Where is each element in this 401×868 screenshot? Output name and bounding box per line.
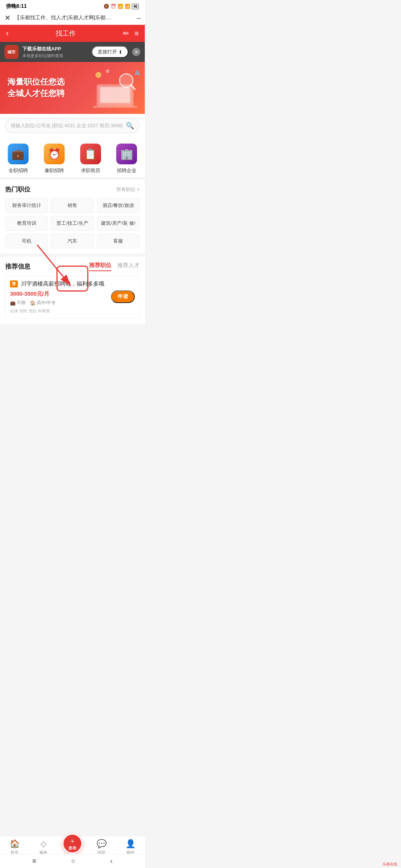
svg-point-6 xyxy=(95,72,101,78)
browser-bar: ✕ 【乐都找工作、找人才|乐都人才网|乐都… ··· xyxy=(0,11,145,25)
page-title: 找工作 xyxy=(56,29,76,38)
company-icon: 🏢 xyxy=(116,144,137,164)
alarm-icon: ⏰ xyxy=(111,4,116,9)
job-tag-7[interactable]: 汽车 xyxy=(51,234,94,249)
cat-resume[interactable]: 📋 求职简历 xyxy=(72,144,109,174)
download-text: 下载乐都在线APP 本地更多职位随时查阅 xyxy=(22,46,88,59)
resume-icon: 📋 xyxy=(80,144,101,164)
svg-marker-7 xyxy=(134,69,140,75)
browser-close-button[interactable]: ✕ xyxy=(4,13,11,22)
hero-line1: 海量职位任您选 xyxy=(7,76,65,88)
tab-recommend-jobs[interactable]: 推荐职位 xyxy=(89,262,111,271)
hot-jobs-more[interactable]: 所有职位 > xyxy=(116,186,140,193)
menu-icon[interactable]: ≡ xyxy=(134,29,139,38)
job-tag-1[interactable]: 销售 xyxy=(51,198,94,213)
job-tag-5[interactable]: 建筑/房产/装 修/ xyxy=(97,216,140,231)
job-tag-3[interactable]: 教育培训 xyxy=(5,216,48,231)
notification-icon: 🔕 xyxy=(104,4,109,9)
hero-line2: 全城人才任您聘 xyxy=(7,88,65,99)
job-card: 荐 川宇酒楼高薪招聘啦，福利多多哦 3000-3500元/月 💼 不限 🏠 高中… xyxy=(5,276,140,319)
browser-more-button[interactable]: ··· xyxy=(136,14,140,22)
status-bar: 傍晚6:11 🔕 ⏰ 📶 📶 46 xyxy=(0,0,145,11)
category-section: 💼 全职招聘 ⏰ 兼职招聘 📋 求职简历 🏢 招聘企业 xyxy=(0,138,145,177)
header-icons: ✏ ≡ xyxy=(123,29,139,38)
recommend-tabs: 推荐职位 推荐人才 xyxy=(89,262,140,271)
search-placeholder: 请输入职位/公司名 [职位:4231 企业:1527 简历:3608] xyxy=(11,122,126,129)
search-bar[interactable]: 请输入职位/公司名 [职位:4231 企业:1527 简历:3608] 🔍 xyxy=(5,118,140,133)
graduation-icon: 🏠 xyxy=(30,300,36,306)
job-hot-tag: 荐 xyxy=(10,280,18,287)
download-open-button[interactable]: 直接打开 ⬇ xyxy=(92,46,128,58)
tab-recommend-talent[interactable]: 推荐人才 xyxy=(117,262,140,271)
edit-icon[interactable]: ✏ xyxy=(123,29,129,38)
hot-jobs-title: 热门职位 xyxy=(5,185,30,194)
company-label: 招聘企业 xyxy=(117,167,136,174)
wifi-icon: 📶 xyxy=(125,4,130,9)
cat-full-time[interactable]: 💼 全职招聘 xyxy=(0,144,36,174)
job-tags-grid: 财务审计统计 销售 酒店/餐饮/旅游 教育培训 普工/技工/生产 建筑/房产/装… xyxy=(5,198,140,249)
job-card-title: 川宇酒楼高薪招聘啦，福利多多哦 xyxy=(21,280,135,287)
recommend-section: 推荐信息 推荐职位 推荐人才 荐 川宇酒楼高薪招聘啦，福利多多哦 3000-35… xyxy=(0,257,145,324)
job-limit: 💼 不限 xyxy=(10,300,26,306)
job-meta: 💼 不限 🏠 高中/中专 xyxy=(10,300,56,306)
job-education: 🏠 高中/中专 xyxy=(30,300,56,306)
battery-icon: 46 xyxy=(132,4,139,9)
download-banner: 城市 下载乐都在线APP 本地更多职位随时查阅 直接打开 ⬇ ✕ xyxy=(0,42,145,62)
download-subtitle: 本地更多职位随时查阅 xyxy=(22,53,88,59)
recommend-title: 推荐信息 xyxy=(5,262,30,271)
download-title: 下载乐都在线APP xyxy=(22,46,88,52)
job-card-header: 荐 川宇酒楼高薪招聘啦，福利多多哦 xyxy=(10,280,135,287)
svg-rect-3 xyxy=(93,106,137,108)
hot-jobs-section: 热门职位 所有职位 > 财务审计统计 销售 酒店/餐饮/旅游 教育培训 普工/技… xyxy=(0,180,145,254)
hero-banner: 海量职位任您选 全城人才任您聘 xyxy=(0,62,145,114)
parttime-label: 兼职招聘 xyxy=(45,167,64,174)
svg-rect-2 xyxy=(100,87,130,103)
status-icons: 🔕 ⏰ 📶 📶 46 xyxy=(104,4,139,9)
app-header: ‹ 找工作 ✏ ≡ xyxy=(0,25,145,42)
apply-button[interactable]: 申请 xyxy=(111,290,135,303)
cat-company[interactable]: 🏢 招聘企业 xyxy=(109,144,145,174)
hero-text: 海量职位任您选 全城人才任您聘 xyxy=(7,76,65,99)
signal-icon: 📶 xyxy=(118,4,123,9)
briefcase-icon: 💼 xyxy=(10,300,16,306)
job-salary: 3000-3500元/月 xyxy=(10,290,56,297)
job-tag-2[interactable]: 酒店/餐饮/旅游 xyxy=(97,198,140,213)
hot-jobs-header: 热门职位 所有职位 > xyxy=(5,185,140,194)
hero-graphic xyxy=(89,66,141,110)
job-benefits: 社保 包吃 包住 年终奖 xyxy=(10,308,56,314)
svg-point-8 xyxy=(106,69,110,73)
fulltime-label: 全职招聘 xyxy=(9,167,28,174)
search-icon: 🔍 xyxy=(126,122,134,130)
status-time: 傍晚6:11 xyxy=(6,3,27,10)
download-icon: ⬇ xyxy=(118,49,123,55)
recommend-header: 推荐信息 推荐职位 推荐人才 xyxy=(5,262,140,271)
browser-title: 【乐都找工作、找人才|乐都人才网|乐都… xyxy=(14,14,133,21)
back-button[interactable]: ‹ xyxy=(6,29,9,38)
job-tag-8[interactable]: 客服 xyxy=(97,234,140,249)
cat-part-time[interactable]: ⏰ 兼职招聘 xyxy=(36,144,73,174)
job-tag-6[interactable]: 司机 xyxy=(5,234,48,249)
search-section: 请输入职位/公司名 [职位:4231 企业:1527 简历:3608] 🔍 xyxy=(0,114,145,138)
fulltime-icon: 💼 xyxy=(8,144,29,164)
job-tag-4[interactable]: 普工/技工/生产 xyxy=(51,216,94,231)
parttime-icon: ⏰ xyxy=(44,144,65,164)
resume-label: 求职简历 xyxy=(81,167,100,174)
download-close-button[interactable]: ✕ xyxy=(132,48,140,56)
app-logo: 城市 xyxy=(4,45,19,59)
job-tag-0[interactable]: 财务审计统计 xyxy=(5,198,48,213)
